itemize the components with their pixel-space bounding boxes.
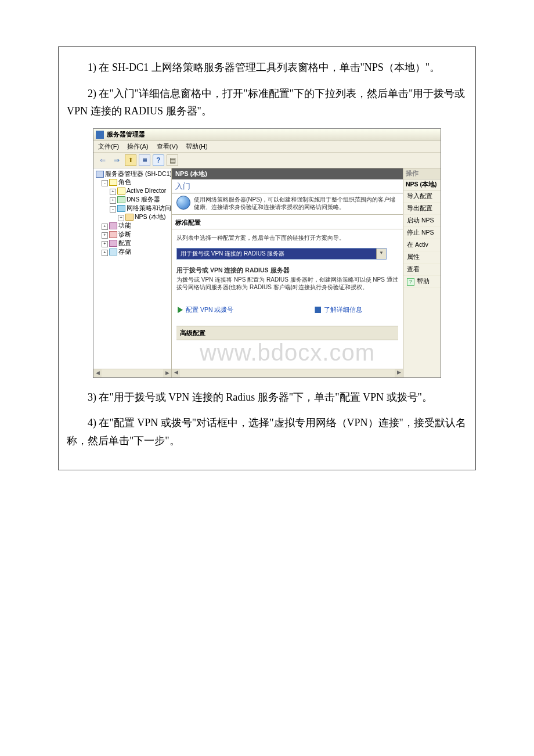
expand-icon[interactable]: + xyxy=(102,250,108,256)
intro-title: 入门 xyxy=(172,179,403,193)
details-scrollbar[interactable]: ◀ ▶ xyxy=(172,369,403,377)
menu-bar: 文件(F) 操作(A) 查看(V) 帮助(H) xyxy=(93,141,441,153)
standard-config-desc: 从列表中选择一种配置方案，然后单击下面的链接打开方案向导。 xyxy=(176,234,398,242)
menu-action[interactable]: 操作(A) xyxy=(127,142,149,151)
action-stop-nps[interactable]: 停止 NPS xyxy=(403,227,441,239)
back-button[interactable] xyxy=(97,154,109,166)
expand-icon[interactable]: + xyxy=(102,224,108,230)
radius-description: 为拨号或 VPN 连接将 NPS 配置为 RADIUS 服务器时，创建网络策略可… xyxy=(176,276,398,291)
console-tree[interactable]: 服务器管理器 (SH-DC1) -角色 +Active Director +DN… xyxy=(93,168,172,377)
roles-icon xyxy=(109,179,117,186)
expand-icon[interactable]: + xyxy=(110,189,116,195)
screenshot-server-manager: 服务器管理器 文件(F) 操作(A) 查看(V) 帮助(H) xyxy=(93,128,441,378)
config-icon xyxy=(109,240,117,247)
tree-scrollbar[interactable]: ◀ ▶ xyxy=(93,369,171,377)
step-2: 2) 在"入门"详细信息窗格中，打开"标准配置"下的下拉列表，然后单击"用于拨号… xyxy=(67,85,467,120)
details-header: NPS (本地) xyxy=(172,168,403,179)
action-export[interactable]: 导出配置 xyxy=(403,203,441,215)
learn-more-label: 了解详细信息 xyxy=(324,306,362,314)
action-activ[interactable]: 在 Activ xyxy=(403,239,441,251)
menu-file[interactable]: 文件(F) xyxy=(98,142,119,151)
chevron-down-icon[interactable]: ▼ xyxy=(376,249,386,259)
collapse-icon[interactable]: - xyxy=(110,206,116,213)
features-icon xyxy=(109,222,117,229)
action-view[interactable]: 查看 xyxy=(403,264,441,276)
configure-vpn-link[interactable]: 配置 VPN 或拨号 xyxy=(176,306,233,314)
step-4: 4) 在"配置 VPN 或拨号"对话框中，选择"虚拟专用网络（VPN）连接"，接… xyxy=(67,414,467,449)
radius-heading: 用于拨号或 VPN 连接的 RADIUS 服务器 xyxy=(176,267,398,275)
tree-roles[interactable]: 角色 xyxy=(118,178,131,185)
up-folder-button[interactable] xyxy=(125,154,136,166)
action-help[interactable]: 帮助 xyxy=(403,276,441,288)
menu-help[interactable]: 帮助(H) xyxy=(186,142,207,151)
intro-description: 使用网络策略服务器(NPS)，可以创建和强制实施用于整个组织范围内的客户端健康、… xyxy=(194,196,399,211)
step-1: 1) 在 SH-DC1 上网络策略服务器管理工具列表窗格中，单击"NPS（本地）… xyxy=(67,59,467,77)
advanced-config-title[interactable]: 高级配置 xyxy=(176,326,398,340)
action-import[interactable]: 导入配置 xyxy=(403,190,441,203)
menu-view[interactable]: 查看(V) xyxy=(157,142,178,151)
forward-button[interactable] xyxy=(111,154,122,166)
scroll-left-icon[interactable]: ◀ xyxy=(172,369,180,377)
details-pane: NPS (本地) 入门 使用网络策略服务器(NPS)，可以创建和强制实施用于整个… xyxy=(172,168,403,377)
expand-icon[interactable]: + xyxy=(102,232,108,239)
toolbar xyxy=(93,153,441,168)
scroll-right-icon[interactable]: ▶ xyxy=(163,369,171,377)
scroll-left-icon[interactable]: ◀ xyxy=(93,369,102,377)
document-frame: 1) 在 SH-DC1 上网络策略服务器管理工具列表窗格中，单击"NPS（本地）… xyxy=(58,46,476,470)
app-icon xyxy=(96,131,104,139)
diag-icon xyxy=(109,231,117,238)
actions-header: 操作 xyxy=(403,168,441,179)
tree-storage[interactable]: 存储 xyxy=(118,248,131,255)
tree-config[interactable]: 配置 xyxy=(118,239,131,246)
actions-pane: 操作 NPS (本地) 导入配置 导出配置 启动 NPS 停止 NPS 在 Ac… xyxy=(403,168,441,377)
learn-more-link[interactable]: 了解详细信息 xyxy=(315,306,362,314)
configure-vpn-label: 配置 VPN 或拨号 xyxy=(186,306,233,314)
collapse-icon[interactable]: - xyxy=(102,180,108,186)
tree-npas[interactable]: 网络策略和访问服 xyxy=(127,204,172,211)
actions-subheader: NPS (本地) xyxy=(403,179,441,190)
tree-root[interactable]: 服务器管理器 (SH-DC1) xyxy=(105,170,172,177)
step-3: 3) 在"用于拨号或 VPN 连接的 Radius 服务器"下，单击"配置 VP… xyxy=(67,388,467,406)
expand-icon[interactable]: + xyxy=(110,197,116,204)
show-hide-pane-button[interactable] xyxy=(167,154,178,166)
ad-icon xyxy=(117,188,125,195)
scroll-right-icon[interactable]: ▶ xyxy=(395,369,403,377)
nps-icon xyxy=(125,214,134,221)
action-properties[interactable]: 属性 xyxy=(403,251,441,264)
tree-dns[interactable]: DNS 服务器 xyxy=(127,196,160,203)
help-button[interactable] xyxy=(153,154,164,166)
properties-button[interactable] xyxy=(139,154,150,166)
action-start-nps[interactable]: 启动 NPS xyxy=(403,215,441,227)
window-title: 服务器管理器 xyxy=(107,130,145,139)
globe-icon xyxy=(176,196,190,210)
standard-config-title: 标准配置 xyxy=(172,215,403,229)
dropdown-selected: 用于拨号或 VPN 连接的 RADIUS 服务器 xyxy=(177,249,376,259)
dns-icon xyxy=(117,196,125,203)
storage-icon xyxy=(109,249,117,255)
tree-ad[interactable]: Active Director xyxy=(127,187,166,194)
watermark: www.bdocx.com xyxy=(172,340,403,366)
window-titlebar: 服务器管理器 xyxy=(93,129,441,141)
expand-icon[interactable]: + xyxy=(102,241,108,247)
tree-diag[interactable]: 诊断 xyxy=(118,231,131,237)
server-icon xyxy=(96,171,104,178)
expand-icon[interactable]: + xyxy=(118,215,124,221)
scenario-dropdown[interactable]: 用于拨号或 VPN 连接的 RADIUS 服务器 ▼ xyxy=(176,248,387,260)
npas-icon xyxy=(117,205,125,212)
tree-nps-local[interactable]: NPS (本地) xyxy=(135,213,166,220)
tree-features[interactable]: 功能 xyxy=(118,222,131,229)
